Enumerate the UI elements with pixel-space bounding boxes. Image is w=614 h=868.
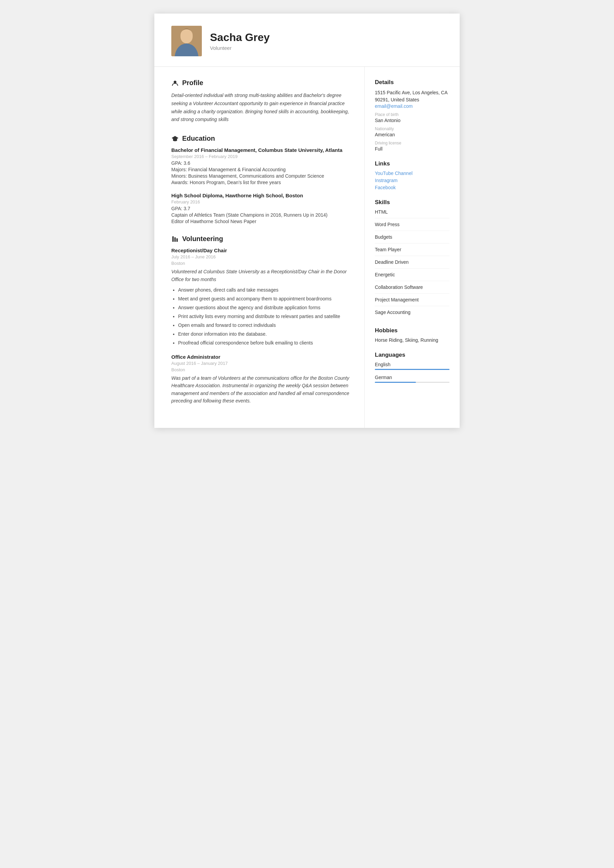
languages-section: Languages English German (375, 352, 449, 383)
language-english-bar-fill (375, 369, 449, 370)
skill-deadline-driven: Deadline Driven (375, 259, 449, 268)
link-facebook[interactable]: Facebook (375, 185, 449, 190)
list-item: Print activity lists every morning and d… (178, 313, 351, 320)
links-title: Links (375, 160, 449, 167)
details-address: 1515 Pacific Ave, Los Angeles, CA 90291,… (375, 89, 449, 104)
driving-license-label: Driving license (375, 141, 449, 146)
nationality-label: Nationality (375, 127, 449, 131)
link-youtube[interactable]: YouTube Channel (375, 170, 449, 176)
skills-title: Skills (375, 199, 449, 206)
language-english: English (375, 362, 449, 370)
avatar (171, 26, 202, 56)
vol-location-1: Boston (171, 261, 351, 266)
vol-entry-2: Office Administrator August 2016 – Janua… (171, 354, 351, 405)
skill-collaboration-software: Collaboration Software (375, 284, 449, 294)
language-english-bar-bg (375, 369, 449, 370)
svg-point-3 (174, 81, 176, 84)
details-email[interactable]: email@email.com (375, 104, 449, 109)
skill-sage-accounting: Sage Accounting (375, 310, 449, 318)
volunteering-icon (171, 235, 179, 243)
edu-detail-2-2: Editor of Hawthorne School News Paper (171, 219, 351, 224)
edu-entry-1: Bachelor of Financial Management, Columb… (171, 147, 351, 185)
edu-entry-2: High School Diploma, Hawthorne High Scho… (171, 192, 351, 224)
language-german-bar-fill (375, 382, 416, 383)
language-english-name: English (375, 362, 449, 367)
profile-section: Profile Detail-oriented individual with … (171, 79, 351, 124)
edu-date-1: September 2016 – February 2019 (171, 154, 351, 159)
nationality-value: American (375, 132, 449, 137)
edu-gpa-2: GPA: 3.7 (171, 206, 351, 211)
language-german-name: German (375, 375, 449, 380)
svg-rect-6 (174, 237, 176, 242)
vol-bullets-1: Answer phones, direct calls and take mes… (171, 287, 351, 347)
vol-date-1: July 2016 – June 2016 (171, 254, 351, 259)
driving-license-value: Full (375, 146, 449, 152)
header-text: Sacha Grey Volunteer (210, 31, 270, 51)
list-item: Meet and greet guests and accompany them… (178, 295, 351, 302)
edu-detail-1-3: Awards: Honors Program, Dean's list for … (171, 180, 351, 185)
profile-text: Detail-oriented individual with strong m… (171, 91, 351, 124)
links-section: Links YouTube Channel Instragram Faceboo… (375, 160, 449, 190)
profile-section-title: Profile (171, 79, 351, 87)
skill-wordpress: Word Press (375, 222, 449, 231)
edu-gpa-1: GPA: 3.6 (171, 160, 351, 166)
vol-date-2: August 2016 – January 2017 (171, 361, 351, 366)
resume-container: Sacha Grey Volunteer Profile Detail-orie… (154, 14, 460, 428)
vol-title-1: Receptionist/Day Chair (171, 248, 351, 253)
svg-rect-7 (176, 239, 178, 242)
details-section: Details 1515 Pacific Ave, Los Angeles, C… (375, 79, 449, 152)
skill-html: HTML (375, 209, 449, 219)
language-german: German (375, 375, 449, 383)
skill-energetic: Energetic (375, 272, 449, 281)
profile-icon (171, 79, 179, 87)
left-column: Profile Detail-oriented individual with … (154, 67, 365, 428)
header-section: Sacha Grey Volunteer (154, 14, 460, 67)
edu-degree-1: Bachelor of Financial Management, Columb… (171, 147, 351, 153)
list-item: Open emails and forward to correct indiv… (178, 322, 351, 329)
education-entries: Bachelor of Financial Management, Columb… (171, 147, 351, 224)
vol-location-2: Boston (171, 367, 351, 372)
skills-list: HTML Word Press Budgets Team Player Dead… (375, 209, 449, 318)
list-item: Answer phones, direct calls and take mes… (178, 287, 351, 294)
language-german-bar-bg (375, 382, 449, 383)
edu-detail-1-2: Minors: Business Management, Communicati… (171, 173, 351, 179)
vol-title-2: Office Administrator (171, 354, 351, 360)
svg-point-2 (180, 29, 193, 41)
education-icon (171, 135, 179, 143)
svg-rect-5 (173, 236, 174, 242)
skill-project-management: Project Management (375, 297, 449, 306)
hobbies-text: Horse Riding, Skiing, Running (375, 337, 449, 343)
languages-title: Languages (375, 352, 449, 358)
vol-desc-1: Volunteered at Columbus State University… (171, 268, 351, 283)
vol-entry-1: Receptionist/Day Chair July 2016 – June … (171, 248, 351, 347)
edu-detail-2-1: Captain of Athletics Team (State Champio… (171, 212, 351, 218)
main-content: Profile Detail-oriented individual with … (154, 67, 460, 428)
edu-date-2: February 2016 (171, 199, 351, 205)
candidate-name: Sacha Grey (210, 31, 270, 44)
volunteering-section-title: Volunteering (171, 235, 351, 243)
candidate-subtitle: Volunteer (210, 45, 270, 51)
skill-budgets: Budgets (375, 234, 449, 243)
right-column: Details 1515 Pacific Ave, Los Angeles, C… (365, 67, 460, 428)
list-item: Enter donor information into the databas… (178, 330, 351, 338)
edu-detail-1-1: Majors: Financial Management & Financial… (171, 167, 351, 172)
place-of-birth-value: San Antonio (375, 118, 449, 123)
place-of-birth-label: Place of birth (375, 112, 449, 117)
list-item: Answer questions about the agency and di… (178, 304, 351, 311)
list-item: Proofread official correspondence before… (178, 339, 351, 347)
edu-degree-2: High School Diploma, Hawthorne High Scho… (171, 192, 351, 198)
education-section-title: Education (171, 135, 351, 143)
vol-desc-2: Was part of a team of Volunteers at the … (171, 374, 351, 405)
hobbies-section: Hobbies Horse Riding, Skiing, Running (375, 327, 449, 343)
details-title: Details (375, 79, 449, 86)
link-instagram[interactable]: Instragram (375, 178, 449, 183)
skill-team-player: Team Player (375, 247, 449, 256)
volunteering-section: Volunteering Receptionist/Day Chair July… (171, 235, 351, 405)
hobbies-title: Hobbies (375, 327, 449, 334)
skills-section: Skills HTML Word Press Budgets Team Play… (375, 199, 449, 318)
education-section: Education Bachelor of Financial Manageme… (171, 135, 351, 224)
